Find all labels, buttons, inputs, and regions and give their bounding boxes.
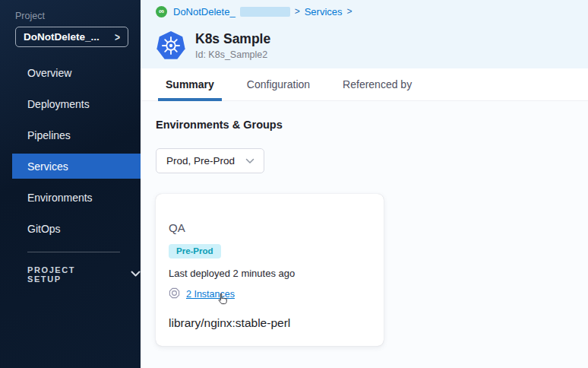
breadcrumb-services-link[interactable]: Services <box>305 6 343 17</box>
environment-filter-dropdown[interactable]: Prod, Pre-Prod <box>156 148 264 173</box>
project-sidebar: Project DoNotDelete_... > Overview Deplo… <box>0 0 141 368</box>
service-tabs: Summary Configuration Referenced by <box>141 68 588 101</box>
sidebar-item-deployments[interactable]: Deployments <box>0 88 141 119</box>
instances-link[interactable]: 2 Instances <box>186 289 235 300</box>
app-window: Project DoNotDelete_... > Overview Deplo… <box>0 0 588 368</box>
chevron-down-icon <box>131 270 141 279</box>
sidebar-item-environments[interactable]: Environments <box>0 182 141 213</box>
environment-name: QA <box>169 221 371 234</box>
tab-configuration[interactable]: Configuration <box>245 78 312 100</box>
project-selector[interactable]: DoNotDelete_... > <box>15 27 128 47</box>
section-title: Environments & Groups <box>156 119 588 131</box>
tab-referenced-by[interactable]: Referenced by <box>340 78 414 100</box>
redacted-project-name <box>240 7 290 17</box>
chevron-down-icon <box>245 155 254 167</box>
breadcrumb-project-link[interactable]: DoNotDelete_ <box>173 6 236 17</box>
project-selector-value: DoNotDelete_... <box>24 31 100 43</box>
project-setup-label: PROJECT SETUP <box>27 265 112 284</box>
artifact-name: library/nginx:stable-perl <box>169 316 371 330</box>
sidebar-divider <box>27 252 120 252</box>
summary-content: Environments & Groups Prod, Pre-Prod QA … <box>141 101 588 368</box>
service-id: Id: K8s_Sample2 <box>195 49 270 60</box>
breadcrumb: ∞ DoNotDelete_ > Services > <box>141 0 588 23</box>
instances-row: 2 Instances <box>169 288 371 300</box>
sidebar-item-pipelines[interactable]: Pipelines <box>0 119 141 151</box>
sidebar-nav: Overview Deployments Pipelines Services … <box>0 57 141 244</box>
project-infinity-icon: ∞ <box>156 6 167 17</box>
environment-filter-value: Prod, Pre-Prod <box>166 155 235 167</box>
service-header: K8s Sample Id: K8s_Sample2 <box>141 23 588 68</box>
chevron-right-icon: > <box>115 30 120 43</box>
last-deployed-text: Last deployed 2 minutes ago <box>169 268 371 279</box>
page-title: K8s Sample <box>195 31 270 47</box>
instances-icon <box>169 287 180 302</box>
project-setup-toggle[interactable]: PROJECT SETUP <box>27 265 141 284</box>
kubernetes-icon <box>156 31 185 60</box>
sidebar-item-services[interactable]: Services <box>12 154 141 179</box>
chevron-separator-icon: > <box>347 6 352 17</box>
sidebar-item-overview[interactable]: Overview <box>0 57 141 88</box>
project-label: Project <box>15 11 141 21</box>
sidebar-item-gitops[interactable]: GitOps <box>0 213 141 244</box>
chevron-separator-icon: > <box>295 6 300 17</box>
environment-type-badge: Pre-Prod <box>169 244 221 259</box>
main-panel: ∞ DoNotDelete_ > Services > K8s Sample <box>141 0 588 368</box>
tab-summary[interactable]: Summary <box>163 78 217 100</box>
environment-card-qa[interactable]: QA Pre-Prod Last deployed 2 minutes ago … <box>156 194 384 346</box>
service-title-block: K8s Sample Id: K8s_Sample2 <box>195 31 270 60</box>
